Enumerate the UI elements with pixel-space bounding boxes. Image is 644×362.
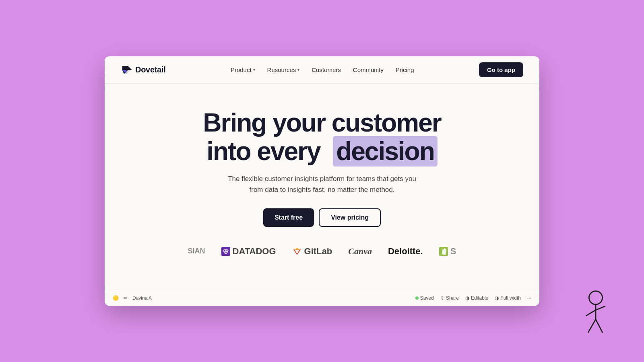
logo-canva: Canva <box>348 246 372 257</box>
bottom-user-icon: 🟡 <box>113 295 119 301</box>
logo-text: Dovetail <box>135 65 165 74</box>
svg-line-7 <box>596 306 605 310</box>
browser-window: Dovetail Product ▾ Resources ▾ Customers… <box>105 56 539 306</box>
nav-community[interactable]: Community <box>348 64 388 76</box>
dovetail-logo-icon <box>121 64 132 76</box>
more-options-button[interactable]: ··· <box>527 295 531 301</box>
logo-shopify: S <box>439 246 456 257</box>
logo-datadog: DATADOG <box>221 246 276 257</box>
logo-obsidian: SIAN <box>188 247 205 255</box>
logos-row: SIAN DATADOG <box>188 246 456 257</box>
hero-section: Bring your customer into every decision … <box>105 84 539 290</box>
go-to-app-button[interactable]: Go to app <box>479 62 523 77</box>
nav-resources[interactable]: Resources ▾ <box>262 64 305 76</box>
logo-gitlab: GitLab <box>292 246 332 257</box>
svg-line-8 <box>588 319 596 332</box>
nav-pricing[interactable]: Pricing <box>391 64 419 76</box>
cta-buttons: Start free View pricing <box>263 208 381 227</box>
svg-point-1 <box>224 250 225 251</box>
bottom-bar: 🟡 ✏ Davina A Saved ⇧ Share ◑ Editable ◑ … <box>105 290 539 306</box>
bottom-username: Davina A <box>132 295 152 301</box>
logo[interactable]: Dovetail <box>121 64 165 76</box>
share-button[interactable]: ⇧ Share <box>440 295 459 301</box>
shopify-icon <box>439 247 448 256</box>
svg-line-6 <box>586 310 596 316</box>
editable-toggle[interactable]: ◑ Editable <box>465 295 488 301</box>
svg-point-2 <box>226 250 227 251</box>
hero-title: Bring your customer into every decision <box>203 109 441 165</box>
gitlab-icon <box>292 247 302 256</box>
svg-point-4 <box>589 291 602 304</box>
saved-dot <box>415 296 419 300</box>
full-width-toggle[interactable]: ◑ Full width <box>495 295 521 301</box>
bottom-editor-icon: ✏ <box>124 295 128 301</box>
hero-subtitle: The flexible customer insights platform … <box>221 173 423 195</box>
navbar: Dovetail Product ▾ Resources ▾ Customers… <box>105 56 539 84</box>
logo-deloitte: Deloitte. <box>388 246 423 257</box>
stick-figure <box>580 290 612 338</box>
datadog-icon <box>221 247 230 256</box>
bottom-bar-right: Saved ⇧ Share ◑ Editable ◑ Full width ··… <box>415 295 531 301</box>
nav-product[interactable]: Product ▾ <box>226 64 260 76</box>
svg-line-9 <box>596 319 603 332</box>
start-free-button[interactable]: Start free <box>263 208 314 227</box>
resources-chevron-icon: ▾ <box>297 68 299 72</box>
nav-customers[interactable]: Customers <box>307 64 346 76</box>
product-chevron-icon: ▾ <box>253 68 255 72</box>
saved-status: Saved <box>415 295 434 301</box>
view-pricing-button[interactable]: View pricing <box>319 208 381 227</box>
nav-links: Product ▾ Resources ▾ Customers Communit… <box>226 64 419 76</box>
